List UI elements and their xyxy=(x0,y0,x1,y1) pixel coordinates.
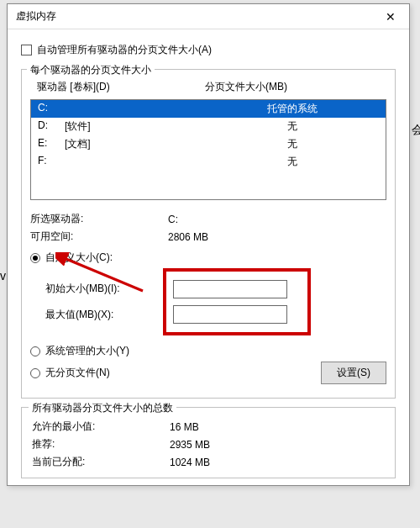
close-button[interactable]: ✕ xyxy=(372,4,409,29)
totals-legend: 所有驱动器分页文件大小的总数 xyxy=(29,401,176,415)
system-managed-radio[interactable]: 系统管理的大小(Y) xyxy=(30,344,386,358)
virtual-memory-dialog: 虚拟内存 ✕ 自动管理所有驱动器的分页文件大小(A) 每个驱动器的分页文件大小 … xyxy=(7,3,410,486)
custom-size-radio[interactable]: 自定义大小(C): xyxy=(30,251,386,265)
each-drive-group: 每个驱动器的分页文件大小 驱动器 [卷标](D) 分页文件大小(MB) C: 托… xyxy=(21,69,396,399)
drive-list-header: 驱动器 [卷标](D) 分页文件大小(MB) xyxy=(22,75,395,98)
drive-pagefile-size: 无 xyxy=(206,155,379,169)
drive-volume-label xyxy=(65,102,206,116)
selected-drive-value: C: xyxy=(168,214,178,225)
free-space-label: 可用空间: xyxy=(30,230,168,244)
auto-manage-checkbox-row[interactable]: 自动管理所有驱动器的分页文件大小(A) xyxy=(21,43,396,57)
recommended-value: 2935 MB xyxy=(170,439,210,451)
drive-volume-label xyxy=(65,155,206,169)
free-space-value: 2806 MB xyxy=(168,231,208,243)
radio-icon xyxy=(30,368,40,378)
radio-icon xyxy=(30,253,40,263)
drive-letter: E: xyxy=(38,137,65,151)
drive-letter: D: xyxy=(38,119,65,134)
dialog-content: 自动管理所有驱动器的分页文件大小(A) 每个驱动器的分页文件大小 驱动器 [卷标… xyxy=(8,29,409,485)
initial-size-input[interactable] xyxy=(173,280,287,298)
drive-pagefile-size: 托管的系统 xyxy=(206,102,379,116)
background-text: v xyxy=(0,269,6,282)
drive-letter: F: xyxy=(38,155,65,169)
min-allowed-label: 允许的最小值: xyxy=(32,420,170,434)
min-allowed-value: 16 MB xyxy=(170,421,199,433)
close-icon: ✕ xyxy=(386,10,396,24)
no-paging-radio[interactable]: 无分页文件(N) xyxy=(30,366,110,380)
drive-info-area: 所选驱动器: C: 可用空间: 2806 MB 自定义大小(C): xyxy=(22,212,395,384)
current-label: 当前已分配: xyxy=(32,455,170,469)
initial-size-label: 初始大小(MB)(I): xyxy=(30,282,153,296)
drive-pagefile-size: 无 xyxy=(206,119,379,134)
no-paging-label: 无分页文件(N) xyxy=(45,366,110,380)
drive-col-header: 驱动器 [卷标](D) xyxy=(37,80,205,94)
window-title: 虚拟内存 xyxy=(8,9,56,24)
drive-letter: C: xyxy=(38,102,65,116)
drive-row[interactable]: C: 托管的系统 xyxy=(31,100,386,118)
drive-row[interactable]: D: [软件] 无 xyxy=(31,118,386,135)
drive-volume-label: [文档] xyxy=(65,137,206,151)
drive-row[interactable]: E: [文档] 无 xyxy=(31,135,386,153)
pagefile-col-header: 分页文件大小(MB) xyxy=(205,80,287,94)
system-managed-label: 系统管理的大小(Y) xyxy=(45,344,129,358)
titlebar: 虚拟内存 ✕ xyxy=(8,4,409,29)
auto-manage-label: 自动管理所有驱动器的分页文件大小(A) xyxy=(37,43,212,57)
current-value: 1024 MB xyxy=(170,457,210,468)
max-size-label: 最大值(MB)(X): xyxy=(30,308,153,322)
selected-drive-label: 所选驱动器: xyxy=(30,212,168,226)
each-drive-legend: 每个驱动器的分页文件大小 xyxy=(27,63,155,77)
drive-list[interactable]: C: 托管的系统 D: [软件] 无 E: [文档] 无 xyxy=(30,99,386,200)
set-button[interactable]: 设置(S) xyxy=(321,362,386,384)
drive-volume-label: [软件] xyxy=(65,119,206,134)
max-size-input[interactable] xyxy=(173,305,287,324)
drive-pagefile-size: 无 xyxy=(206,137,379,151)
radio-icon xyxy=(30,346,40,356)
checkbox-icon xyxy=(21,45,32,55)
drive-row[interactable]: F: 无 xyxy=(31,153,386,171)
custom-size-label: 自定义大小(C): xyxy=(45,251,113,265)
background-text: 会 xyxy=(412,123,420,138)
recommended-label: 推荐: xyxy=(32,437,170,451)
annotation-box xyxy=(163,268,311,335)
totals-group: 所有驱动器分页文件大小的总数 允许的最小值: 16 MB 推荐: 2935 MB… xyxy=(21,407,396,478)
